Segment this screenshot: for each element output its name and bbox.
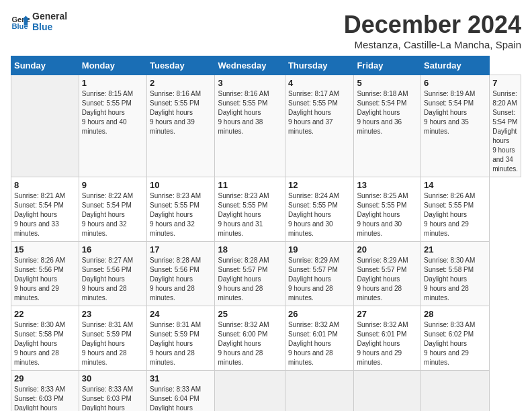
calendar-cell: 30Sunrise: 8:33 AMSunset: 6:03 PMDayligh… [79, 371, 146, 412]
logo-icon: General Blue [11, 12, 30, 31]
day-number: 22 [14, 309, 76, 319]
calendar-cell: 14Sunrise: 8:26 AMSunset: 5:55 PMDayligh… [421, 177, 490, 242]
calendar-cell: 3Sunrise: 8:16 AMSunset: 5:55 PMDaylight… [215, 75, 285, 177]
day-number: 1 [82, 78, 144, 88]
day-info: Sunrise: 8:27 AMSunset: 5:56 PMDaylight … [82, 256, 144, 303]
calendar-cell: 6Sunrise: 8:19 AMSunset: 5:54 PMDaylight… [421, 75, 490, 177]
day-number: 28 [424, 309, 486, 319]
calendar-cell: 10Sunrise: 8:23 AMSunset: 5:55 PMDayligh… [146, 177, 215, 242]
calendar-cell: 27Sunrise: 8:32 AMSunset: 6:01 PMDayligh… [354, 306, 421, 371]
day-info: Sunrise: 8:28 AMSunset: 5:57 PMDaylight … [218, 256, 281, 303]
day-info: Sunrise: 8:22 AMSunset: 5:54 PMDaylight … [82, 191, 144, 238]
header-sunday: Sunday [11, 56, 79, 75]
logo-line2: Blue [32, 21, 67, 32]
calendar-cell: 5Sunrise: 8:18 AMSunset: 5:54 PMDaylight… [354, 75, 421, 177]
calendar-cell: 11Sunrise: 8:23 AMSunset: 5:55 PMDayligh… [215, 177, 285, 242]
day-info: Sunrise: 8:16 AMSunset: 5:55 PMDaylight … [218, 89, 281, 136]
calendar-cell: 13Sunrise: 8:25 AMSunset: 5:55 PMDayligh… [354, 177, 421, 242]
day-info: Sunrise: 8:33 AMSunset: 6:04 PMDaylight … [150, 385, 212, 411]
day-number: 5 [357, 78, 418, 88]
calendar-cell: 12Sunrise: 8:24 AMSunset: 5:55 PMDayligh… [285, 177, 353, 242]
calendar-cell [11, 75, 79, 177]
day-number: 24 [150, 309, 212, 319]
calendar-cell: 29Sunrise: 8:33 AMSunset: 6:03 PMDayligh… [11, 371, 79, 412]
calendar-cell: 15Sunrise: 8:26 AMSunset: 5:56 PMDayligh… [11, 242, 79, 306]
header-saturday: Saturday [421, 56, 490, 75]
day-info: Sunrise: 8:21 AMSunset: 5:54 PMDaylight … [14, 191, 76, 238]
day-number: 27 [357, 309, 418, 319]
day-info: Sunrise: 8:32 AMSunset: 6:00 PMDaylight … [218, 320, 281, 367]
calendar-cell: 8Sunrise: 8:21 AMSunset: 5:54 PMDaylight… [11, 177, 79, 242]
header-friday: Friday [354, 56, 421, 75]
calendar-cell [354, 371, 421, 412]
calendar-cell: 16Sunrise: 8:27 AMSunset: 5:56 PMDayligh… [79, 242, 146, 306]
day-number: 20 [357, 244, 418, 255]
day-info: Sunrise: 8:32 AMSunset: 6:01 PMDaylight … [357, 320, 418, 367]
calendar-week-5: 29Sunrise: 8:33 AMSunset: 6:03 PMDayligh… [11, 371, 521, 412]
day-number: 3 [218, 78, 281, 88]
calendar-table: SundayMondayTuesdayWednesdayThursdayFrid… [11, 56, 521, 411]
day-number: 6 [424, 78, 486, 88]
day-info: Sunrise: 8:32 AMSunset: 6:01 PMDaylight … [288, 320, 351, 367]
day-number: 25 [218, 309, 281, 319]
day-info: Sunrise: 8:33 AMSunset: 6:03 PMDaylight … [82, 385, 144, 411]
calendar-cell: 25Sunrise: 8:32 AMSunset: 6:00 PMDayligh… [215, 306, 285, 371]
day-info: Sunrise: 8:29 AMSunset: 5:57 PMDaylight … [357, 256, 418, 303]
day-number: 30 [82, 373, 144, 383]
calendar-cell [421, 371, 490, 412]
day-number: 19 [288, 244, 351, 255]
day-number: 10 [150, 180, 212, 190]
day-number: 2 [150, 78, 212, 88]
day-info: Sunrise: 8:28 AMSunset: 5:56 PMDaylight … [150, 256, 212, 303]
day-number: 7 [492, 78, 518, 88]
calendar-cell [215, 371, 285, 412]
calendar-subtitle: Mestanza, Castille-La Mancha, Spain [344, 39, 521, 50]
calendar-cell: 20Sunrise: 8:29 AMSunset: 5:57 PMDayligh… [354, 242, 421, 306]
calendar-title: December 2024 [344, 11, 521, 39]
calendar-cell: 4Sunrise: 8:17 AMSunset: 5:55 PMDaylight… [285, 75, 353, 177]
calendar-cell: 18Sunrise: 8:28 AMSunset: 5:57 PMDayligh… [215, 242, 285, 306]
day-number: 16 [82, 244, 144, 255]
day-number: 29 [14, 373, 76, 383]
day-number: 9 [82, 180, 144, 190]
page-header: General Blue General Blue December 2024 … [11, 11, 521, 50]
day-info: Sunrise: 8:24 AMSunset: 5:55 PMDaylight … [288, 191, 351, 238]
calendar-cell: 9Sunrise: 8:22 AMSunset: 5:54 PMDaylight… [79, 177, 146, 242]
header-tuesday: Tuesday [146, 56, 215, 75]
day-info: Sunrise: 8:15 AMSunset: 5:55 PMDaylight … [82, 89, 144, 136]
calendar-week-1: 1Sunrise: 8:15 AMSunset: 5:55 PMDaylight… [11, 75, 521, 177]
header-thursday: Thursday [285, 56, 353, 75]
day-info: Sunrise: 8:26 AMSunset: 5:55 PMDaylight … [424, 191, 486, 238]
logo-line1: General [32, 11, 67, 21]
calendar-week-3: 15Sunrise: 8:26 AMSunset: 5:56 PMDayligh… [11, 242, 521, 306]
day-number: 23 [82, 309, 144, 319]
calendar-cell: 17Sunrise: 8:28 AMSunset: 5:56 PMDayligh… [146, 242, 215, 306]
calendar-week-2: 8Sunrise: 8:21 AMSunset: 5:54 PMDaylight… [11, 177, 521, 242]
header-monday: Monday [79, 56, 146, 75]
day-info: Sunrise: 8:16 AMSunset: 5:55 PMDaylight … [150, 89, 212, 136]
day-number: 11 [218, 180, 281, 190]
day-info: Sunrise: 8:19 AMSunset: 5:54 PMDaylight … [424, 89, 486, 136]
day-number: 13 [357, 180, 418, 190]
day-info: Sunrise: 8:29 AMSunset: 5:57 PMDaylight … [288, 256, 351, 303]
day-info: Sunrise: 8:20 AMSunset: 5:54 PMDaylight … [492, 89, 518, 174]
day-info: Sunrise: 8:31 AMSunset: 5:59 PMDaylight … [150, 320, 212, 367]
day-number: 14 [424, 180, 486, 190]
calendar-cell [285, 371, 353, 412]
day-number: 4 [288, 78, 351, 88]
day-number: 17 [150, 244, 212, 255]
calendar-cell: 21Sunrise: 8:30 AMSunset: 5:58 PMDayligh… [421, 242, 490, 306]
day-info: Sunrise: 8:30 AMSunset: 5:58 PMDaylight … [14, 320, 76, 367]
day-info: Sunrise: 8:23 AMSunset: 5:55 PMDaylight … [150, 191, 212, 238]
day-info: Sunrise: 8:30 AMSunset: 5:58 PMDaylight … [424, 256, 486, 303]
day-info: Sunrise: 8:17 AMSunset: 5:55 PMDaylight … [288, 89, 351, 136]
day-info: Sunrise: 8:23 AMSunset: 5:55 PMDaylight … [218, 191, 281, 238]
day-info: Sunrise: 8:18 AMSunset: 5:54 PMDaylight … [357, 89, 418, 136]
day-number: 18 [218, 244, 281, 255]
calendar-cell: 1Sunrise: 8:15 AMSunset: 5:55 PMDaylight… [79, 75, 146, 177]
day-info: Sunrise: 8:25 AMSunset: 5:55 PMDaylight … [357, 191, 418, 238]
calendar-cell: 7Sunrise: 8:20 AMSunset: 5:54 PMDaylight… [490, 75, 521, 177]
day-number: 15 [14, 244, 76, 255]
calendar-cell: 19Sunrise: 8:29 AMSunset: 5:57 PMDayligh… [285, 242, 353, 306]
day-number: 8 [14, 180, 76, 190]
